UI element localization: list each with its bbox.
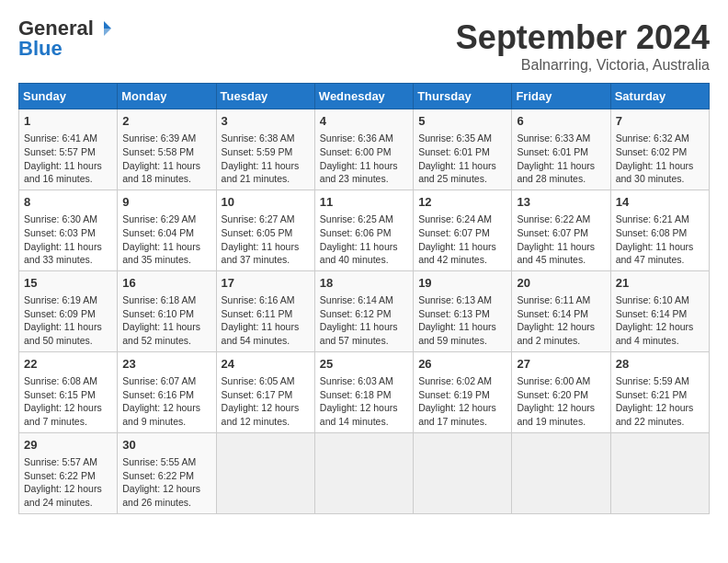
day-info-line: Sunrise: 6:29 AM bbox=[122, 213, 210, 226]
day-info-line: and 28 minutes. bbox=[517, 172, 605, 186]
day-info-line: and 19 minutes. bbox=[517, 415, 605, 429]
day-info-line: Sunrise: 6:08 AM bbox=[24, 374, 112, 388]
day-number: 22 bbox=[24, 356, 112, 373]
day-info-line: Sunset: 5:58 PM bbox=[122, 145, 210, 159]
calendar-cell: 9Sunrise: 6:29 AMSunset: 6:04 PMDaylight… bbox=[118, 190, 216, 270]
calendar-cell bbox=[314, 432, 413, 513]
calendar-cell: 5Sunrise: 6:35 AMSunset: 6:01 PMDaylight… bbox=[414, 109, 512, 190]
logo-blue-text: Blue bbox=[18, 39, 63, 59]
day-info-line: and 42 minutes. bbox=[418, 253, 506, 267]
day-info-line: and 57 minutes. bbox=[320, 334, 408, 348]
day-info-line: Sunset: 6:22 PM bbox=[122, 469, 210, 483]
calendar-cell: 12Sunrise: 6:24 AMSunset: 6:07 PMDayligh… bbox=[414, 190, 512, 270]
calendar-week-row: 15Sunrise: 6:19 AMSunset: 6:09 PMDayligh… bbox=[19, 270, 710, 351]
day-info-line: Sunrise: 6:38 AM bbox=[222, 132, 310, 145]
calendar-cell: 10Sunrise: 6:27 AMSunset: 6:05 PMDayligh… bbox=[216, 190, 314, 270]
day-info-line: Sunrise: 6:39 AM bbox=[122, 132, 210, 145]
day-info-line: Sunrise: 6:10 AM bbox=[616, 293, 704, 307]
day-info-line: Sunset: 6:02 PM bbox=[616, 145, 704, 159]
day-info-line: Sunset: 6:14 PM bbox=[517, 307, 605, 321]
day-info-line: and 37 minutes. bbox=[222, 253, 310, 267]
weekday-header-tuesday: Tuesday bbox=[216, 84, 314, 109]
day-info-line: Daylight: 11 hours bbox=[24, 159, 112, 173]
day-number: 3 bbox=[222, 113, 310, 130]
day-number: 18 bbox=[320, 275, 408, 292]
day-info-line: Sunset: 6:06 PM bbox=[320, 226, 408, 240]
day-info-line: Daylight: 11 hours bbox=[122, 159, 210, 173]
calendar-cell: 30Sunrise: 5:55 AMSunset: 6:22 PMDayligh… bbox=[118, 432, 216, 513]
day-info-line: Sunrise: 6:35 AM bbox=[418, 132, 506, 145]
day-info-line: Sunset: 5:59 PM bbox=[222, 145, 310, 159]
calendar-cell bbox=[610, 432, 709, 513]
day-info-line: Sunset: 6:01 PM bbox=[418, 145, 506, 159]
day-info-line: Daylight: 11 hours bbox=[24, 240, 112, 254]
day-info-line: and 35 minutes. bbox=[122, 253, 210, 267]
month-title: September 2024 bbox=[456, 18, 710, 57]
day-info-line: Daylight: 11 hours bbox=[517, 159, 605, 173]
day-info-line: Sunrise: 6:25 AM bbox=[320, 213, 408, 226]
day-info-line: Sunrise: 6:36 AM bbox=[320, 132, 408, 145]
day-number: 28 bbox=[616, 356, 704, 373]
day-info-line: and 33 minutes. bbox=[24, 253, 112, 267]
weekday-header-wednesday: Wednesday bbox=[314, 84, 413, 109]
weekday-header-thursday: Thursday bbox=[414, 84, 512, 109]
calendar-cell: 20Sunrise: 6:11 AMSunset: 6:14 PMDayligh… bbox=[512, 270, 610, 351]
day-info-line: Sunset: 6:11 PM bbox=[222, 307, 310, 321]
weekday-header-saturday: Saturday bbox=[610, 84, 709, 109]
day-info-line: Sunrise: 6:13 AM bbox=[418, 293, 506, 307]
page-header: General Blue September 2024 Balnarring, … bbox=[18, 18, 710, 74]
day-info-line: Sunset: 6:21 PM bbox=[616, 388, 704, 402]
day-info-line: Sunrise: 6:03 AM bbox=[320, 374, 408, 388]
day-number: 2 bbox=[122, 113, 210, 130]
day-info-line: Sunset: 6:18 PM bbox=[320, 388, 408, 402]
calendar-cell: 2Sunrise: 6:39 AMSunset: 5:58 PMDaylight… bbox=[118, 109, 216, 190]
day-number: 25 bbox=[320, 356, 408, 373]
calendar-cell: 14Sunrise: 6:21 AMSunset: 6:08 PMDayligh… bbox=[610, 190, 709, 270]
day-info-line: and 2 minutes. bbox=[517, 334, 605, 348]
day-info-line: and 18 minutes. bbox=[122, 172, 210, 186]
calendar-week-row: 1Sunrise: 6:41 AMSunset: 5:57 PMDaylight… bbox=[19, 109, 710, 190]
day-info-line: Sunrise: 6:24 AM bbox=[418, 213, 506, 226]
svg-marker-0 bbox=[104, 21, 111, 29]
day-info-line: Sunset: 6:07 PM bbox=[418, 226, 506, 240]
day-number: 6 bbox=[517, 113, 605, 130]
day-info-line: and 40 minutes. bbox=[320, 253, 408, 267]
day-info-line: Daylight: 12 hours bbox=[517, 320, 605, 334]
day-info-line: Sunset: 6:10 PM bbox=[122, 307, 210, 321]
calendar-cell: 1Sunrise: 6:41 AMSunset: 5:57 PMDaylight… bbox=[19, 109, 118, 190]
calendar-cell: 21Sunrise: 6:10 AMSunset: 6:14 PMDayligh… bbox=[610, 270, 709, 351]
calendar-cell: 19Sunrise: 6:13 AMSunset: 6:13 PMDayligh… bbox=[414, 270, 512, 351]
day-info-line: Daylight: 12 hours bbox=[24, 401, 112, 415]
day-number: 24 bbox=[222, 356, 310, 373]
day-info-line: Sunrise: 6:05 AM bbox=[222, 374, 310, 388]
day-info-line: and 54 minutes. bbox=[222, 334, 310, 348]
calendar-cell: 7Sunrise: 6:32 AMSunset: 6:02 PMDaylight… bbox=[610, 109, 709, 190]
day-info-line: Daylight: 11 hours bbox=[320, 240, 408, 254]
day-info-line: Sunrise: 6:07 AM bbox=[122, 374, 210, 388]
calendar-table: SundayMondayTuesdayWednesdayThursdayFrid… bbox=[18, 83, 710, 514]
day-info-line: Sunrise: 6:19 AM bbox=[24, 293, 112, 307]
day-info-line: Daylight: 12 hours bbox=[24, 482, 112, 496]
calendar-cell: 8Sunrise: 6:30 AMSunset: 6:03 PMDaylight… bbox=[19, 190, 118, 270]
title-block: September 2024 Balnarring, Victoria, Aus… bbox=[456, 18, 710, 74]
calendar-cell: 25Sunrise: 6:03 AMSunset: 6:18 PMDayligh… bbox=[314, 351, 413, 432]
day-info-line: Daylight: 11 hours bbox=[222, 240, 310, 254]
weekday-header-row: SundayMondayTuesdayWednesdayThursdayFrid… bbox=[19, 84, 710, 109]
day-info-line: Sunrise: 6:32 AM bbox=[616, 132, 704, 145]
calendar-week-row: 8Sunrise: 6:30 AMSunset: 6:03 PMDaylight… bbox=[19, 190, 710, 270]
calendar-cell: 13Sunrise: 6:22 AMSunset: 6:07 PMDayligh… bbox=[512, 190, 610, 270]
day-info-line: Sunrise: 6:41 AM bbox=[24, 132, 112, 145]
logo-flag-icon bbox=[95, 19, 113, 38]
day-info-line: Sunrise: 6:18 AM bbox=[122, 293, 210, 307]
day-info-line: Daylight: 12 hours bbox=[517, 401, 605, 415]
day-info-line: Sunset: 6:17 PM bbox=[222, 388, 310, 402]
day-info-line: Sunset: 6:07 PM bbox=[517, 226, 605, 240]
day-number: 10 bbox=[222, 194, 310, 211]
day-info-line: Sunrise: 6:11 AM bbox=[517, 293, 605, 307]
day-info-line: and 30 minutes. bbox=[616, 172, 704, 186]
day-info-line: Daylight: 12 hours bbox=[222, 401, 310, 415]
day-info-line: and 14 minutes. bbox=[320, 415, 408, 429]
day-info-line: and 17 minutes. bbox=[418, 415, 506, 429]
day-number: 27 bbox=[517, 356, 605, 373]
day-number: 8 bbox=[24, 194, 112, 211]
